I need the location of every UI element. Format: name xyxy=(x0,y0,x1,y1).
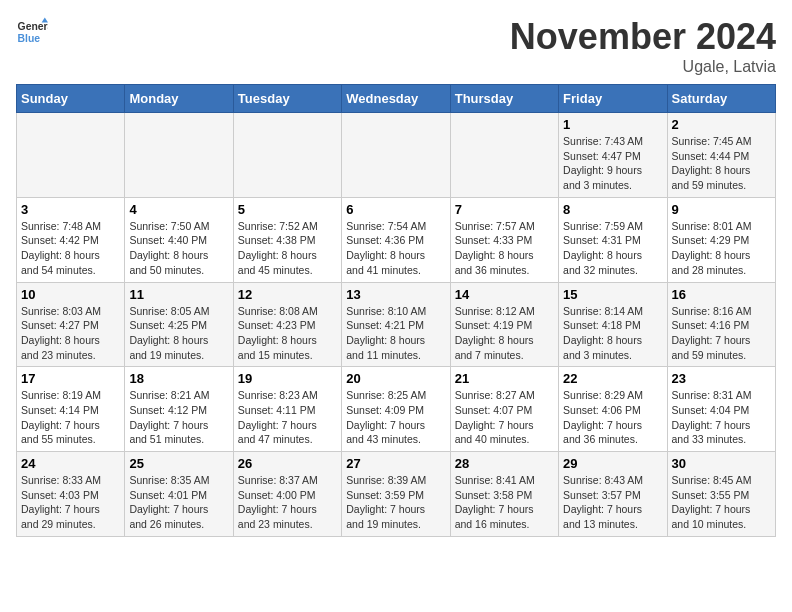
day-number: 11 xyxy=(129,287,228,302)
calendar-cell: 28Sunrise: 8:41 AM Sunset: 3:58 PM Dayli… xyxy=(450,452,558,537)
day-number: 29 xyxy=(563,456,662,471)
day-info: Sunrise: 8:14 AM Sunset: 4:18 PM Dayligh… xyxy=(563,304,662,363)
calendar-cell: 21Sunrise: 8:27 AM Sunset: 4:07 PM Dayli… xyxy=(450,367,558,452)
day-info: Sunrise: 8:08 AM Sunset: 4:23 PM Dayligh… xyxy=(238,304,337,363)
calendar-cell xyxy=(233,113,341,198)
location: Ugale, Latvia xyxy=(510,58,776,76)
calendar-cell: 6Sunrise: 7:54 AM Sunset: 4:36 PM Daylig… xyxy=(342,197,450,282)
day-number: 10 xyxy=(21,287,120,302)
calendar-cell: 2Sunrise: 7:45 AM Sunset: 4:44 PM Daylig… xyxy=(667,113,775,198)
day-info: Sunrise: 8:35 AM Sunset: 4:01 PM Dayligh… xyxy=(129,473,228,532)
day-number: 13 xyxy=(346,287,445,302)
day-info: Sunrise: 8:39 AM Sunset: 3:59 PM Dayligh… xyxy=(346,473,445,532)
logo: General Blue xyxy=(16,16,48,48)
calendar-cell xyxy=(342,113,450,198)
calendar-cell: 4Sunrise: 7:50 AM Sunset: 4:40 PM Daylig… xyxy=(125,197,233,282)
day-number: 6 xyxy=(346,202,445,217)
calendar-cell: 24Sunrise: 8:33 AM Sunset: 4:03 PM Dayli… xyxy=(17,452,125,537)
weekday-header-friday: Friday xyxy=(559,85,667,113)
day-number: 27 xyxy=(346,456,445,471)
day-number: 16 xyxy=(672,287,771,302)
calendar-cell: 3Sunrise: 7:48 AM Sunset: 4:42 PM Daylig… xyxy=(17,197,125,282)
day-number: 18 xyxy=(129,371,228,386)
day-info: Sunrise: 8:27 AM Sunset: 4:07 PM Dayligh… xyxy=(455,388,554,447)
day-number: 19 xyxy=(238,371,337,386)
day-info: Sunrise: 8:12 AM Sunset: 4:19 PM Dayligh… xyxy=(455,304,554,363)
calendar-cell: 1Sunrise: 7:43 AM Sunset: 4:47 PM Daylig… xyxy=(559,113,667,198)
calendar-cell: 17Sunrise: 8:19 AM Sunset: 4:14 PM Dayli… xyxy=(17,367,125,452)
calendar-cell: 7Sunrise: 7:57 AM Sunset: 4:33 PM Daylig… xyxy=(450,197,558,282)
day-info: Sunrise: 8:33 AM Sunset: 4:03 PM Dayligh… xyxy=(21,473,120,532)
day-number: 8 xyxy=(563,202,662,217)
day-info: Sunrise: 8:41 AM Sunset: 3:58 PM Dayligh… xyxy=(455,473,554,532)
day-number: 2 xyxy=(672,117,771,132)
day-info: Sunrise: 8:10 AM Sunset: 4:21 PM Dayligh… xyxy=(346,304,445,363)
day-number: 4 xyxy=(129,202,228,217)
week-row-5: 24Sunrise: 8:33 AM Sunset: 4:03 PM Dayli… xyxy=(17,452,776,537)
day-info: Sunrise: 7:52 AM Sunset: 4:38 PM Dayligh… xyxy=(238,219,337,278)
day-info: Sunrise: 7:45 AM Sunset: 4:44 PM Dayligh… xyxy=(672,134,771,193)
day-number: 28 xyxy=(455,456,554,471)
day-number: 24 xyxy=(21,456,120,471)
calendar-cell xyxy=(17,113,125,198)
weekday-header-wednesday: Wednesday xyxy=(342,85,450,113)
svg-text:General: General xyxy=(18,21,48,32)
day-number: 15 xyxy=(563,287,662,302)
weekday-header-sunday: Sunday xyxy=(17,85,125,113)
day-number: 1 xyxy=(563,117,662,132)
day-info: Sunrise: 7:50 AM Sunset: 4:40 PM Dayligh… xyxy=(129,219,228,278)
calendar-cell: 25Sunrise: 8:35 AM Sunset: 4:01 PM Dayli… xyxy=(125,452,233,537)
day-number: 23 xyxy=(672,371,771,386)
day-number: 12 xyxy=(238,287,337,302)
page-header: General Blue November 2024 Ugale, Latvia xyxy=(16,16,776,76)
day-info: Sunrise: 8:16 AM Sunset: 4:16 PM Dayligh… xyxy=(672,304,771,363)
calendar-cell: 5Sunrise: 7:52 AM Sunset: 4:38 PM Daylig… xyxy=(233,197,341,282)
weekday-header-saturday: Saturday xyxy=(667,85,775,113)
day-info: Sunrise: 8:29 AM Sunset: 4:06 PM Dayligh… xyxy=(563,388,662,447)
day-number: 30 xyxy=(672,456,771,471)
day-number: 21 xyxy=(455,371,554,386)
day-number: 25 xyxy=(129,456,228,471)
title-block: November 2024 Ugale, Latvia xyxy=(510,16,776,76)
day-number: 3 xyxy=(21,202,120,217)
day-info: Sunrise: 8:05 AM Sunset: 4:25 PM Dayligh… xyxy=(129,304,228,363)
week-row-2: 3Sunrise: 7:48 AM Sunset: 4:42 PM Daylig… xyxy=(17,197,776,282)
day-info: Sunrise: 8:23 AM Sunset: 4:11 PM Dayligh… xyxy=(238,388,337,447)
weekday-header-row: SundayMondayTuesdayWednesdayThursdayFrid… xyxy=(17,85,776,113)
day-info: Sunrise: 8:43 AM Sunset: 3:57 PM Dayligh… xyxy=(563,473,662,532)
week-row-4: 17Sunrise: 8:19 AM Sunset: 4:14 PM Dayli… xyxy=(17,367,776,452)
calendar-cell: 27Sunrise: 8:39 AM Sunset: 3:59 PM Dayli… xyxy=(342,452,450,537)
logo-icon: General Blue xyxy=(16,16,48,48)
calendar-cell: 15Sunrise: 8:14 AM Sunset: 4:18 PM Dayli… xyxy=(559,282,667,367)
day-number: 7 xyxy=(455,202,554,217)
day-info: Sunrise: 8:01 AM Sunset: 4:29 PM Dayligh… xyxy=(672,219,771,278)
calendar-cell: 20Sunrise: 8:25 AM Sunset: 4:09 PM Dayli… xyxy=(342,367,450,452)
day-number: 14 xyxy=(455,287,554,302)
calendar-cell: 14Sunrise: 8:12 AM Sunset: 4:19 PM Dayli… xyxy=(450,282,558,367)
calendar-cell: 10Sunrise: 8:03 AM Sunset: 4:27 PM Dayli… xyxy=(17,282,125,367)
day-number: 20 xyxy=(346,371,445,386)
week-row-3: 10Sunrise: 8:03 AM Sunset: 4:27 PM Dayli… xyxy=(17,282,776,367)
svg-text:Blue: Blue xyxy=(18,33,41,44)
day-info: Sunrise: 8:19 AM Sunset: 4:14 PM Dayligh… xyxy=(21,388,120,447)
svg-marker-2 xyxy=(42,18,48,23)
day-info: Sunrise: 7:43 AM Sunset: 4:47 PM Dayligh… xyxy=(563,134,662,193)
day-number: 9 xyxy=(672,202,771,217)
day-info: Sunrise: 7:54 AM Sunset: 4:36 PM Dayligh… xyxy=(346,219,445,278)
calendar-cell: 29Sunrise: 8:43 AM Sunset: 3:57 PM Dayli… xyxy=(559,452,667,537)
day-info: Sunrise: 7:57 AM Sunset: 4:33 PM Dayligh… xyxy=(455,219,554,278)
calendar-cell xyxy=(125,113,233,198)
calendar-cell: 13Sunrise: 8:10 AM Sunset: 4:21 PM Dayli… xyxy=(342,282,450,367)
day-info: Sunrise: 8:21 AM Sunset: 4:12 PM Dayligh… xyxy=(129,388,228,447)
calendar-cell: 8Sunrise: 7:59 AM Sunset: 4:31 PM Daylig… xyxy=(559,197,667,282)
weekday-header-monday: Monday xyxy=(125,85,233,113)
week-row-1: 1Sunrise: 7:43 AM Sunset: 4:47 PM Daylig… xyxy=(17,113,776,198)
month-title: November 2024 xyxy=(510,16,776,58)
calendar-table: SundayMondayTuesdayWednesdayThursdayFrid… xyxy=(16,84,776,537)
day-number: 17 xyxy=(21,371,120,386)
day-info: Sunrise: 8:03 AM Sunset: 4:27 PM Dayligh… xyxy=(21,304,120,363)
day-info: Sunrise: 7:48 AM Sunset: 4:42 PM Dayligh… xyxy=(21,219,120,278)
day-number: 22 xyxy=(563,371,662,386)
day-number: 5 xyxy=(238,202,337,217)
calendar-cell: 11Sunrise: 8:05 AM Sunset: 4:25 PM Dayli… xyxy=(125,282,233,367)
